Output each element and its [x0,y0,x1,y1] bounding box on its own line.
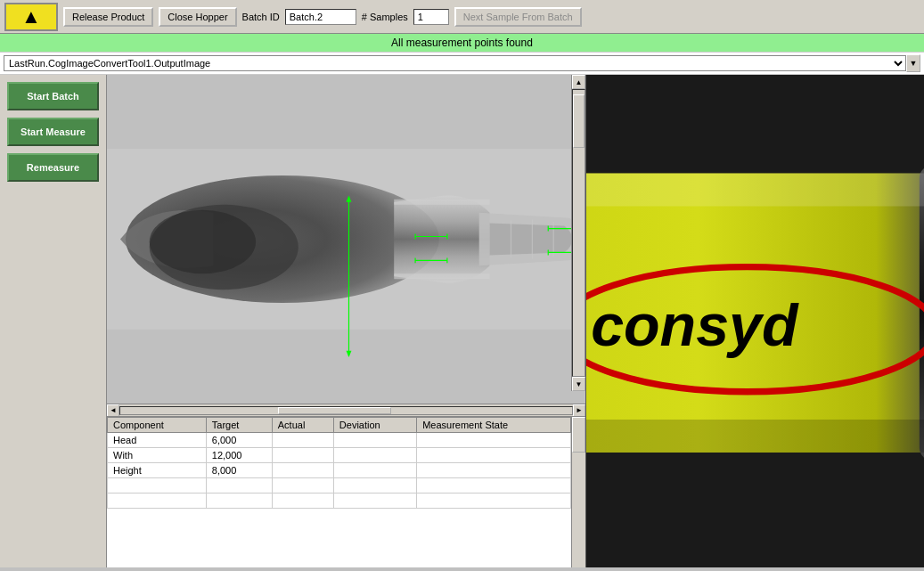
image-with-scroll: ▲ ▼ ◄ ► [107,75,585,416]
left-panel: Start Batch Start Measure Remeasure [0,75,107,567]
table-row: Head 6,000 [108,433,571,448]
scroll-up-button[interactable]: ▲ [572,75,585,89]
batch-id-label: Batch ID [242,12,280,22]
horizontal-scrollbar[interactable]: ◄ ► [107,404,585,416]
table-row [108,494,571,509]
col-component: Component [108,418,207,433]
image-inner [107,75,585,404]
remeasure-button[interactable]: Remeasure [7,153,99,182]
row-target-1: 12,000 [206,448,272,463]
h-scroll-thumb[interactable] [278,407,391,414]
row-component-2: Height [108,463,207,478]
dropdown-arrow[interactable]: ▼ [906,54,920,72]
release-product-button[interactable]: Release Product [63,7,153,27]
samples-label: # Samples [362,12,408,22]
samples-input[interactable] [413,9,449,25]
center-area: ▲ ▼ ◄ ► [107,75,585,567]
scroll-track[interactable] [572,89,585,377]
start-batch-button[interactable]: Start Batch [7,82,99,110]
row-component-0: Head [108,433,207,448]
row-component-1: With [108,448,207,463]
table-scrollbar[interactable] [571,417,585,567]
data-table-container: Component Target Actual Deviation Measur… [107,417,571,567]
toolbar: ▲ Release Product Close Hopper Batch ID … [0,0,924,34]
data-table-area: Component Target Actual Deviation Measur… [107,416,585,567]
vertical-scrollbar[interactable]: ▲ ▼ [571,75,585,391]
row-deviation-2 [333,463,416,478]
col-target: Target [206,418,272,433]
xray-image [107,75,585,404]
col-actual: Actual [272,418,333,433]
row-actual-1 [272,448,333,463]
scroll-right-button[interactable]: ► [573,404,585,417]
svg-marker-11 [347,351,352,357]
next-sample-button[interactable]: Next Sample From Batch [454,7,582,27]
row-state-2 [417,463,571,478]
table-row: With 12,000 [108,448,571,463]
row-target-2: 8,000 [206,463,272,478]
warning-icon: ▲ [4,3,58,31]
right-panel: consyd [585,75,924,567]
image-selector-dropdown[interactable]: LastRun.CogImageConvertTool1.OutputImage [4,55,906,71]
start-measure-button[interactable]: Start Measure [7,118,99,146]
row-state-1 [417,448,571,463]
svg-rect-7 [394,200,489,205]
row-state-0 [417,433,571,448]
image-selector-row: LastRun.CogImageConvertTool1.OutputImage… [0,53,924,75]
scroll-down-button[interactable]: ▼ [572,377,585,391]
main-content: Start Batch Start Measure Remeasure [0,75,924,567]
svg-rect-8 [394,273,489,279]
table-row [108,478,571,494]
brand-logo: consyd [591,292,799,358]
row-deviation-1 [333,448,416,463]
table-scroll-thumb[interactable] [572,417,585,453]
svg-point-3 [150,210,256,274]
status-message: All measurement points found [391,37,533,49]
close-hopper-button[interactable]: Close Hopper [159,7,236,27]
row-actual-2 [272,463,333,478]
row-target-0: 6,000 [206,433,272,448]
status-bar: All measurement points found [0,34,924,53]
camera-image: consyd [586,75,924,567]
measurements-table: Component Target Actual Deviation Measur… [107,417,571,509]
svg-rect-27 [586,174,924,207]
batch-id-input[interactable] [285,9,356,25]
row-deviation-0 [333,433,416,448]
col-deviation: Deviation [333,418,416,433]
scroll-thumb[interactable] [573,94,585,148]
svg-rect-26 [920,165,924,461]
scroll-left-button[interactable]: ◄ [107,404,119,417]
h-scroll-track[interactable] [119,406,573,415]
image-and-vscroll: ▲ ▼ [107,75,585,404]
svg-rect-28 [586,420,924,453]
table-row: Height 8,000 [108,463,571,478]
row-actual-0 [272,433,333,448]
col-state: Measurement State [417,418,571,433]
